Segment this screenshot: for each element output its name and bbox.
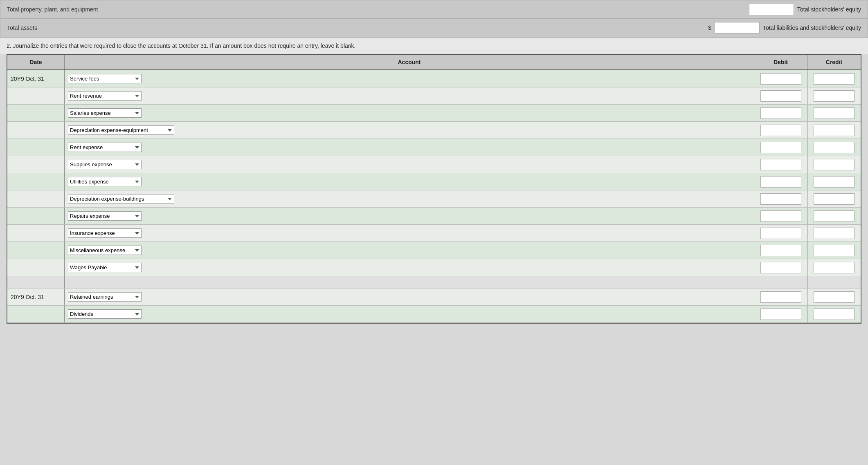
debit-input-retained-earnings[interactable]	[760, 291, 801, 303]
debit-input-supplies-expense[interactable]	[760, 159, 801, 170]
credit-cell	[807, 306, 861, 322]
credit-input-misc-expense[interactable]	[814, 245, 855, 256]
debit-cell	[754, 276, 807, 288]
debit-input-repairs-expense[interactable]	[760, 210, 801, 222]
date-cell: 20Y9 Oct. 31	[7, 288, 65, 305]
account-select-insurance-expense[interactable]: Insurance expense	[68, 228, 142, 238]
credit-input-service-fees[interactable]	[814, 73, 855, 85]
credit-input-supplies-expense[interactable]	[814, 159, 855, 170]
account-select-repairs-expense[interactable]: Repairs expense	[68, 211, 142, 221]
date-cell	[7, 225, 65, 241]
credit-cell	[807, 225, 861, 241]
account-cell	[65, 276, 754, 288]
credit-cell	[807, 190, 861, 207]
total-ppe-label: Total property, plant, and equipment	[7, 6, 749, 13]
debit-cell	[754, 173, 807, 190]
table-row: Salaries expense	[7, 105, 861, 122]
debit-input-dep-equipment[interactable]	[760, 125, 801, 136]
credit-input-dep-buildings[interactable]	[814, 193, 855, 205]
table-row: Depreciation expense-equipment	[7, 122, 861, 139]
date-cell	[7, 306, 65, 322]
account-cell: Salaries expense	[65, 105, 754, 121]
debit-input-dep-buildings[interactable]	[760, 193, 801, 205]
account-select-utilities-expense[interactable]: Utilities expense	[68, 177, 142, 186]
account-select-service-fees[interactable]: Service fees	[68, 74, 142, 83]
debit-cell	[754, 87, 807, 104]
debit-input-utilities-expense[interactable]	[760, 176, 801, 188]
debit-cell	[754, 105, 807, 121]
credit-cell	[807, 105, 861, 121]
credit-input-rent-revenue[interactable]	[814, 90, 855, 102]
credit-cell	[807, 276, 861, 288]
date-cell	[7, 87, 65, 104]
credit-cell	[807, 122, 861, 139]
debit-cell	[754, 70, 807, 87]
date-cell	[7, 156, 65, 173]
debit-cell	[754, 122, 807, 139]
credit-input-rent-expense[interactable]	[814, 142, 855, 153]
table-row: Supplies expense	[7, 156, 861, 173]
debit-cell	[754, 306, 807, 322]
credit-cell	[807, 156, 861, 173]
account-cell: Rent expense	[65, 139, 754, 156]
account-cell: Wages Payable	[65, 259, 754, 276]
account-select-rent-expense[interactable]: Rent expense	[68, 143, 142, 152]
account-select-salaries-expense[interactable]: Salaries expense	[68, 108, 142, 118]
credit-cell	[807, 288, 861, 305]
journal-body: 20Y9 Oct. 31 Service fees Rent revenue	[7, 70, 861, 323]
debit-input-dividends[interactable]	[760, 309, 801, 320]
account-cell: Service fees	[65, 70, 754, 87]
credit-cell	[807, 139, 861, 156]
debit-cell	[754, 190, 807, 207]
account-select-rent-revenue[interactable]: Rent revenue	[68, 91, 142, 101]
account-cell: Utilities expense	[65, 173, 754, 190]
debit-input-rent-revenue[interactable]	[760, 90, 801, 102]
credit-input-dividends[interactable]	[814, 309, 855, 320]
credit-cell	[807, 173, 861, 190]
account-cell: Depreciation expense-equipment	[65, 122, 754, 139]
table-row: Repairs expense	[7, 208, 861, 225]
account-cell: Rent revenue	[65, 87, 754, 104]
credit-input-retained-earnings[interactable]	[814, 291, 855, 303]
date-cell	[7, 259, 65, 276]
account-select-retained-earnings[interactable]: Retained earnings	[68, 292, 142, 302]
total-stockholders-equity-label: Total stockholders' equity	[797, 6, 861, 13]
debit-cell	[754, 225, 807, 241]
date-cell	[7, 139, 65, 156]
credit-cell	[807, 208, 861, 224]
total-stockholders-equity-input[interactable]	[749, 4, 794, 15]
account-cell: Depreciation expense-buildings	[65, 190, 754, 207]
debit-input-wages-payable[interactable]	[760, 262, 801, 273]
credit-input-insurance-expense[interactable]	[814, 228, 855, 239]
account-cell: Insurance expense	[65, 225, 754, 241]
debit-cell	[754, 208, 807, 224]
date-cell	[7, 242, 65, 259]
account-select-wages-payable[interactable]: Wages Payable	[68, 263, 142, 272]
credit-input-utilities-expense[interactable]	[814, 176, 855, 188]
debit-input-rent-expense[interactable]	[760, 142, 801, 153]
table-row: 20Y9 Oct. 31 Service fees	[7, 70, 861, 87]
credit-input-salaries-expense[interactable]	[814, 107, 855, 119]
account-select-misc-expense[interactable]: Miscellaneous expense	[68, 246, 142, 255]
account-select-supplies-expense[interactable]: Supplies expense	[68, 160, 142, 169]
credit-cell	[807, 259, 861, 276]
account-select-dep-buildings[interactable]: Depreciation expense-buildings	[68, 194, 174, 203]
credit-input-dep-equipment[interactable]	[814, 125, 855, 136]
table-row: 20Y9 Oct. 31 Retained earnings	[7, 288, 861, 306]
credit-input-wages-payable[interactable]	[814, 262, 855, 273]
debit-input-service-fees[interactable]	[760, 73, 801, 85]
account-select-dep-equipment[interactable]: Depreciation expense-equipment	[68, 125, 174, 135]
account-cell: Supplies expense	[65, 156, 754, 173]
table-row: Dividends	[7, 306, 861, 323]
account-select-dividends[interactable]: Dividends	[68, 309, 142, 319]
credit-header: Credit	[807, 55, 861, 69]
credit-cell	[807, 70, 861, 87]
credit-input-repairs-expense[interactable]	[814, 210, 855, 222]
debit-input-salaries-expense[interactable]	[760, 107, 801, 119]
debit-input-misc-expense[interactable]	[760, 245, 801, 256]
debit-input-insurance-expense[interactable]	[760, 228, 801, 239]
date-cell	[7, 276, 65, 288]
date-cell	[7, 173, 65, 190]
date-cell	[7, 208, 65, 224]
total-liabilities-equity-input[interactable]	[715, 22, 760, 34]
